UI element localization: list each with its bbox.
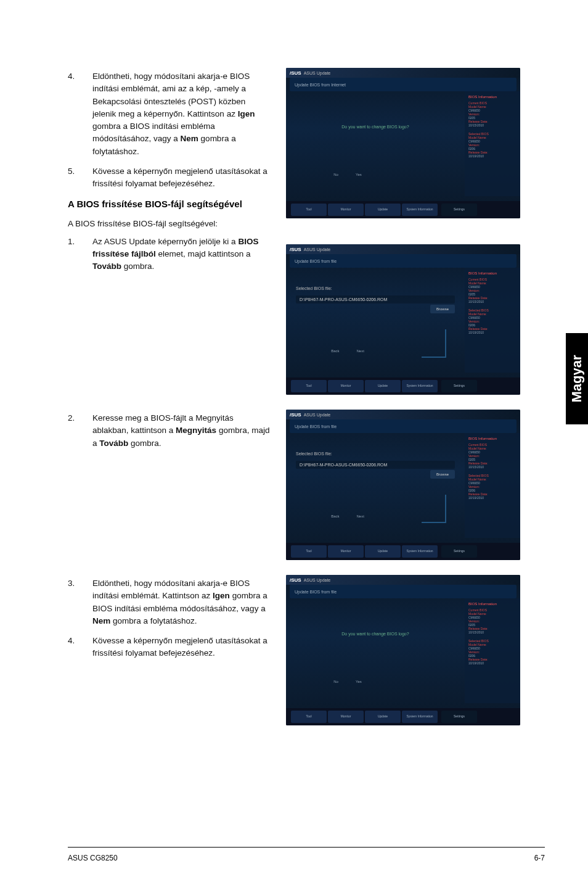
step-body: Keresse meg a BIOS-fájlt a Megnyitás abl… (92, 412, 271, 450)
step-num: 2. (68, 412, 92, 424)
asus-update-screenshot-3: /SUS ASUS Update Update BIOS from file S… (286, 410, 520, 560)
ss-nav: Back Next (286, 514, 409, 518)
step-num: 4. (68, 70, 92, 83)
yes-button[interactable]: Yes (356, 680, 362, 683)
next-button[interactable]: Next (357, 349, 364, 353)
t-bold: Igen (238, 109, 255, 118)
tab-monitor[interactable]: Monitor (328, 711, 364, 723)
browse-button[interactable]: Browse (430, 305, 455, 313)
t-bold: Megnyitás (176, 426, 216, 435)
step-num: 5. (68, 165, 92, 178)
yes-button[interactable]: Yes (356, 173, 362, 176)
step-body: Kövesse a képernyőn megjelenő utasítások… (92, 165, 271, 191)
ss-titlebar: /SUS ASUS Update (286, 410, 520, 419)
file-label: Selected BIOS file: (296, 286, 455, 291)
ss-nav: No Yes (286, 680, 409, 683)
ss-titlebar: /SUS ASUS Update (286, 68, 520, 78)
tab-sysinfo[interactable]: System Information (402, 711, 438, 723)
v: 10/15/2010 (468, 465, 517, 469)
v: 10/19/2010 (468, 154, 517, 158)
tab-update[interactable]: Update (365, 204, 401, 216)
ss-title: ASUS Update (304, 578, 331, 582)
tab-monitor[interactable]: Monitor (328, 380, 364, 392)
no-button[interactable]: No (333, 173, 338, 176)
ss-body: Selected BIOS file: D:\P8H67-M-PRO-ASUS-… (286, 433, 520, 538)
tab-monitor[interactable]: Monitor (328, 204, 364, 216)
footer-page-number: 6-7 (534, 854, 545, 862)
asus-update-screenshot-1: /SUS ASUS Update Update BIOS from Intern… (286, 68, 520, 218)
page-footer: ASUS CG8250 6-7 (68, 847, 545, 862)
tab-sysinfo[interactable]: System Information (402, 545, 438, 558)
tab-monitor[interactable]: Monitor (328, 545, 364, 558)
ss-footer: Tool Monitor Update System Information S… (286, 377, 520, 395)
tab-settings[interactable]: Settings (441, 204, 477, 216)
row-1: 4. Eldöntheti, hogy módosítani akarja-e … (68, 68, 545, 395)
tab-sysinfo[interactable]: System Information (402, 380, 438, 392)
tab-settings[interactable]: Settings (441, 545, 477, 558)
v: 10/19/2010 (468, 496, 517, 500)
ss-titlebar: /SUS ASUS Update (286, 244, 520, 254)
no-button[interactable]: No (333, 680, 338, 683)
side-current: Current BIOS Model Name: CM6650 Version:… (468, 278, 517, 303)
ss-sidebar: BIOS Information Current BIOS Model Name… (465, 433, 520, 538)
step-1b: 1. Az ASUS Update képernyőn jelölje ki a… (68, 236, 271, 273)
section-intro: A BIOS frissítése BIOS-fájl segítségével… (68, 218, 271, 230)
step-4a: 4. Eldöntheti, hogy módosítani akarja-e … (68, 70, 271, 158)
next-button[interactable]: Next (357, 514, 364, 518)
tab-tool[interactable]: Tool (291, 545, 327, 558)
t: Eldöntheti, hogy módosítani akarja-e BIO… (92, 72, 250, 118)
back-button[interactable]: Back (331, 349, 339, 353)
step-body: Eldöntheti, hogy módosítani akarja-e BIO… (92, 70, 271, 158)
ss-header: Update BIOS from Internet (290, 78, 517, 91)
step-3b: 3. Eldöntheti, hogy módosítani akarja-e … (68, 577, 271, 627)
ss-sidebar: BIOS Information Current BIOS Model Name… (465, 91, 520, 196)
tab-update[interactable]: Update (365, 380, 401, 392)
tab-update[interactable]: Update (365, 711, 401, 723)
step-5a: 5. Kövesse a képernyőn megjelenő utasítá… (68, 165, 271, 191)
text-col-1: 4. Eldöntheti, hogy módosítani akarja-e … (68, 68, 271, 280)
tab-settings[interactable]: Settings (441, 711, 477, 723)
asus-update-screenshot-2: /SUS ASUS Update Update BIOS from file S… (286, 244, 520, 395)
tab-tool[interactable]: Tool (291, 380, 327, 392)
ss-main: Do you want to change BIOS logo? No Yes (286, 91, 465, 196)
step-body: Kövesse a képernyőn megjelenő utasítások… (92, 635, 271, 660)
t: elemet, majd kattintson a (156, 249, 251, 258)
row-3: 3. Eldöntheti, hogy módosítani akarja-e … (68, 575, 545, 725)
tab-sysinfo[interactable]: System Information (402, 204, 438, 216)
t: Az ASUS Update képernyőn jelölje ki a (92, 237, 238, 246)
row-2: 2. Keresse meg a BIOS-fájlt a Megnyitás … (68, 410, 545, 560)
step-num: 1. (68, 236, 92, 248)
t: gombra. (121, 262, 154, 271)
img-col-3: /SUS ASUS Update Update BIOS from file D… (286, 575, 520, 725)
ss-header: Update BIOS from file (290, 419, 517, 433)
tab-tool[interactable]: Tool (291, 711, 327, 723)
browse-button[interactable]: Browse (430, 470, 455, 479)
ss-body: Selected BIOS file: D:\P8H67-M-PRO-ASUS-… (286, 268, 520, 373)
side-title: BIOS Information (468, 95, 517, 99)
step-body: Eldöntheti, hogy módosítani akarja-e BIO… (92, 577, 271, 627)
ss-sidebar: BIOS Information Current BIOS Model Name… (465, 598, 520, 703)
v: 10/15/2010 (468, 123, 517, 127)
file-path: D:\P8H67-M-PRO-ASUS-CM6650-0206.ROM (296, 295, 455, 303)
v: 10/19/2010 (468, 331, 517, 334)
side-selected: Selected BIOS Model Name: CM6650 Version… (468, 308, 517, 334)
ss-titlebar: /SUS ASUS Update (286, 575, 520, 585)
section-heading: A BIOS frissítése BIOS-fájl segítségével (68, 197, 271, 210)
side-title: BIOS Information (468, 602, 517, 606)
step-body: Az ASUS Update képernyőn jelölje ki a BI… (92, 236, 271, 273)
ss-prompt: Do you want to change BIOS logo? (296, 632, 455, 636)
ss-main: Selected BIOS file: D:\P8H67-M-PRO-ASUS-… (286, 433, 465, 538)
ss-title: ASUS Update (304, 71, 331, 75)
back-button[interactable]: Back (331, 514, 339, 518)
side-selected: Selected BIOS Model Name: CM6650 Version… (468, 474, 517, 500)
file-path: D:\P8H67-M-PRO-ASUS-CM6650-0206.ROM (296, 461, 455, 469)
asus-logo: /SUS (290, 577, 301, 583)
arrow-icon (422, 329, 446, 358)
footer-model: ASUS CG8250 (68, 854, 118, 862)
tab-settings[interactable]: Settings (441, 380, 477, 392)
ss-title: ASUS Update (304, 413, 331, 417)
tab-tool[interactable]: Tool (291, 204, 327, 216)
ss-main: Do you want to change BIOS logo? No Yes (286, 598, 465, 703)
tab-update[interactable]: Update (365, 545, 401, 558)
asus-logo: /SUS (290, 412, 301, 418)
